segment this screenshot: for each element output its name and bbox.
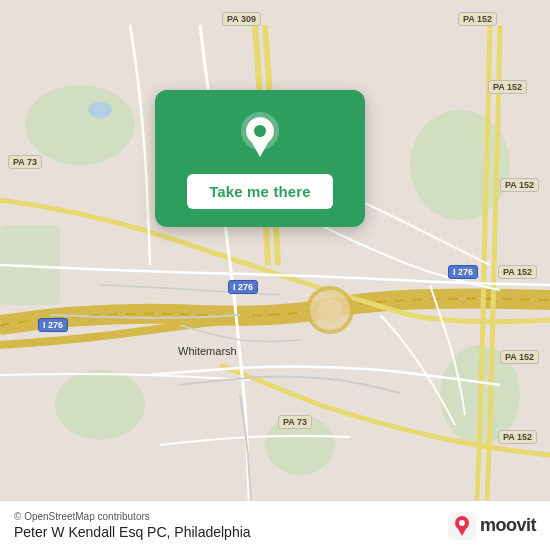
svg-point-12 <box>254 125 266 137</box>
road-badge-pa152-5: PA 152 <box>500 350 539 364</box>
road-badge-pa152-3: PA 152 <box>500 178 539 192</box>
map-pin-icon <box>234 112 286 164</box>
road-badge-pa152-1: PA 152 <box>458 12 497 26</box>
svg-point-17 <box>459 520 465 526</box>
moovit-logo: moovit <box>448 512 536 540</box>
moovit-text: moovit <box>480 515 536 536</box>
location-name: Peter W Kendall Esq PC, Philadelphia <box>14 524 251 540</box>
bottom-left-info: © OpenStreetMap contributors Peter W Ken… <box>14 511 251 540</box>
road-badge-i276-3: I 276 <box>228 280 258 294</box>
location-card: Take me there <box>155 90 365 227</box>
svg-point-9 <box>318 298 342 322</box>
copyright-text: © OpenStreetMap contributors <box>14 511 251 522</box>
road-badge-i276-1: I 276 <box>448 265 478 279</box>
take-me-there-button[interactable]: Take me there <box>187 174 333 209</box>
road-badge-pa152-2: PA 152 <box>488 80 527 94</box>
moovit-icon <box>448 512 476 540</box>
svg-point-4 <box>55 370 145 440</box>
road-badge-pa73-1: PA 73 <box>8 155 42 169</box>
map-container: PA 309 PA 152 PA 152 PA 73 PA 152 I 276 … <box>0 0 550 550</box>
road-badge-i276-2: I 276 <box>38 318 68 332</box>
svg-point-7 <box>88 102 112 118</box>
bottom-bar: © OpenStreetMap contributors Peter W Ken… <box>0 500 550 550</box>
svg-marker-13 <box>251 141 268 157</box>
svg-point-1 <box>25 85 135 165</box>
road-badge-pa309: PA 309 <box>222 12 261 26</box>
road-badge-pa152-4: PA 152 <box>498 265 537 279</box>
road-badge-pa152-6: PA 152 <box>498 430 537 444</box>
whitemarsh-label: Whitemarsh <box>178 345 237 357</box>
road-badge-pa73-2: PA 73 <box>278 415 312 429</box>
